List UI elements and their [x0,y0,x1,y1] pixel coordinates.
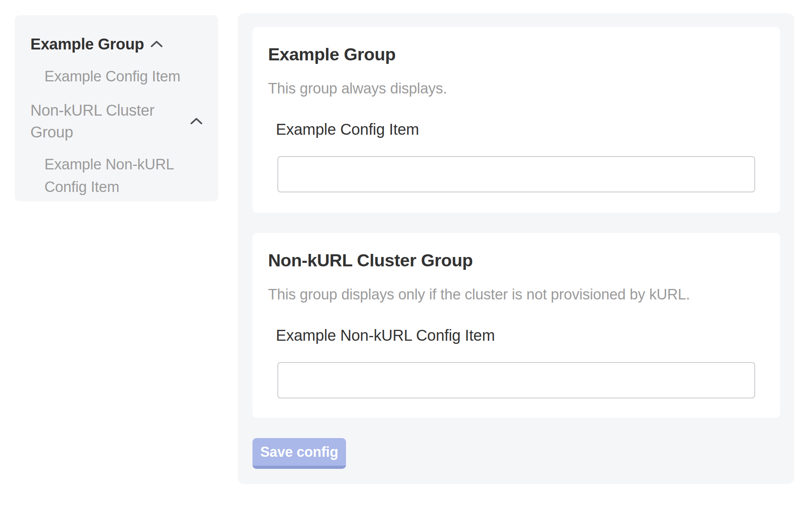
config-group-title: Example Group [268,44,755,65]
config-nav-sidebar: Example Group Example Config Item Non-kU… [15,15,218,201]
sidebar-group-non-kurl-cluster-group[interactable]: Non-kURL Cluster Group [30,99,203,143]
sidebar-group-example-group[interactable]: Example Group [30,33,203,55]
config-group-card-example-group: Example Group This group always displays… [252,27,780,213]
config-group-description: This group displays only if the cluster … [268,285,755,304]
sidebar-item-example-non-kurl-config-item[interactable]: Example Non-kURL Config Item [44,153,203,198]
config-item-input-example-config-item[interactable] [277,156,755,192]
config-item-label-example-non-kurl-config-item: Example Non-kURL Config Item [276,326,755,345]
sidebar-group-label: Example Group [30,33,144,55]
sidebar-group-label: Non-kURL Cluster Group [30,99,184,143]
config-group-card-non-kurl-cluster-group: Non-kURL Cluster Group This group displa… [252,233,780,418]
config-group-title: Non-kURL Cluster Group [268,250,755,271]
config-item-input-example-non-kurl-config-item[interactable] [277,362,755,398]
save-config-button[interactable]: Save config [252,438,346,469]
chevron-up-icon [190,118,203,126]
chevron-up-icon [150,40,163,49]
config-group-description: This group always displays. [268,79,755,98]
config-panel: Example Group This group always displays… [238,13,794,484]
sidebar-item-example-config-item[interactable]: Example Config Item [44,65,203,88]
config-item-label-example-config-item: Example Config Item [276,120,755,139]
